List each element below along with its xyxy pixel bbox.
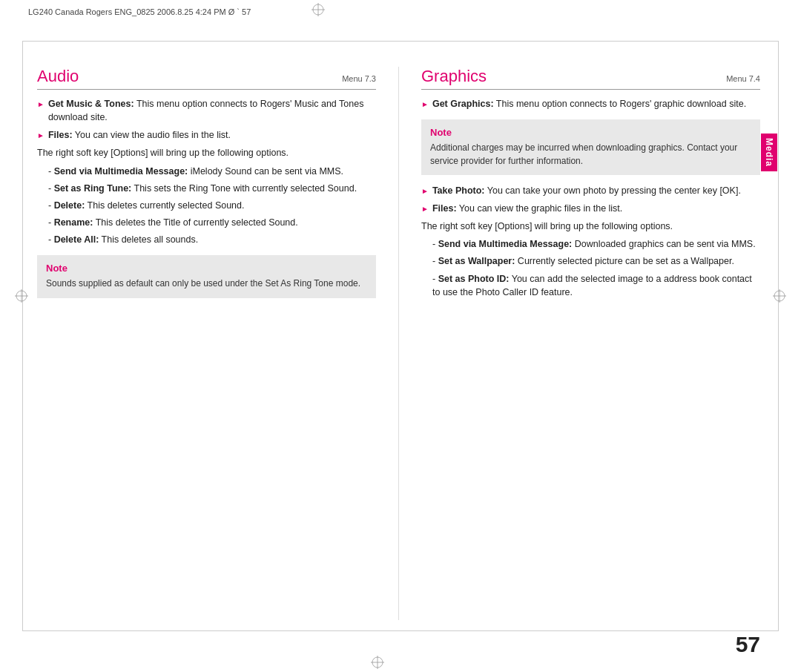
audio-sub-5: - Delete All: This deletes all sounds. [48, 233, 376, 246]
graphics-column: Graphics Menu 7.4 ► Get Graphics: This m… [421, 52, 760, 620]
page-border-top [22, 41, 779, 42]
audio-bullet-1-bold: Get Music & Tones: [48, 99, 134, 109]
audio-bullet-2-text: Files: You can view the audio files in t… [48, 128, 376, 142]
bullet-arrow-icon: ► [37, 99, 44, 111]
graphics-note-title: Note [430, 127, 751, 138]
graphics-sub-2: - Set as Wallpaper: Currently selected p… [432, 254, 760, 268]
graphics-sub-3-bold: Set as Photo ID: [438, 274, 510, 284]
graphics-section-title: Graphics Menu 7.4 [421, 67, 760, 86]
audio-title: Audio [37, 67, 79, 86]
graphics-bullet-3-bold: Files: [432, 203, 457, 214]
content-area: Audio Menu 7.3 ► Get Music & Tones: This… [37, 52, 760, 620]
bullet-arrow-icon-2: ► [37, 131, 44, 142]
graphics-bullet-1-text: Get Graphics: This menu option connects … [432, 97, 760, 111]
graphics-sub-3: - Set as Photo ID: You can add the selec… [432, 272, 760, 299]
graphics-note-box: Note Additional charges may be incurred … [421, 119, 760, 175]
graphics-divider [421, 89, 760, 90]
graphics-bullet-2-rest: You can take your own photo by pressing … [485, 185, 741, 196]
page-border-right [778, 41, 779, 631]
bullet-arrow-icon-g1: ► [421, 99, 429, 111]
audio-sub-5-rest: This deletes all sounds. [99, 234, 198, 245]
graphics-sub-1-rest: Downloaded graphics can be sent via MMS. [572, 239, 755, 249]
audio-divider [37, 89, 376, 90]
header-text: LG240 Canada Rogers ENG_0825 2006.8.25 4… [28, 7, 251, 16]
page-border-bottom [22, 630, 779, 631]
audio-sub-2: - Set as Ring Tune: This sets the Ring T… [48, 182, 376, 195]
graphics-bullet-3-text: Files: You can view the graphic files in… [432, 202, 760, 215]
reg-mark-top-left [312, 3, 325, 16]
page-border-left [22, 41, 23, 631]
audio-bullet-2: ► Files: You can view the audio files in… [37, 128, 376, 142]
audio-bullet-2-rest: You can view the audio files in the list… [73, 130, 231, 140]
bullet-arrow-icon-g2: ► [421, 186, 429, 197]
graphics-bullet-1: ► Get Graphics: This menu option connect… [421, 97, 760, 111]
audio-sub-2-bold: Set as Ring Tune: [54, 183, 132, 194]
reg-mark-left [15, 289, 28, 303]
audio-note-box: Note Sounds supplied as default can only… [37, 255, 376, 297]
graphics-bullet-3: ► Files: You can view the graphic files … [421, 202, 760, 215]
audio-sub-4-bold: Rename: [54, 217, 93, 228]
graphics-bullet-2-text: Take Photo: You can take your own photo … [432, 184, 760, 197]
audio-sub-3-bold: Delete: [54, 200, 85, 211]
graphics-menu-label: Menu 7.4 [726, 74, 760, 83]
audio-sub-1: - Send via Multimedia Message: iMelody S… [48, 165, 376, 178]
audio-bullet-1-text: Get Music & Tones: This menu option conn… [48, 97, 376, 124]
graphics-note-text: Additional charges may be incurred when … [430, 142, 751, 168]
graphics-bullet-2: ► Take Photo: You can take your own phot… [421, 184, 760, 197]
graphics-bullet-1-rest: This menu option connects to Rogers' gra… [494, 99, 747, 109]
audio-bullet-2-bold: Files: [48, 130, 73, 140]
audio-menu-label: Menu 7.3 [342, 74, 376, 83]
graphics-body-text: The right soft key [Options] will bring … [421, 220, 760, 233]
audio-body-text: The right soft key [Options] will bring … [37, 146, 376, 159]
column-divider [398, 67, 399, 620]
audio-sub-1-bold: Send via Multimedia Message: [54, 166, 188, 177]
bullet-arrow-icon-g3: ► [421, 204, 429, 215]
graphics-title: Graphics [421, 67, 487, 86]
audio-sub-4-rest: This deletes the Title of currently sele… [93, 217, 297, 228]
side-label: Media [761, 134, 777, 171]
audio-sub-4: - Rename: This deletes the Title of curr… [48, 216, 376, 229]
audio-note-title: Note [46, 263, 367, 274]
audio-sub-1-rest: iMelody Sound can be sent via MMS. [188, 166, 343, 177]
page-number: 57 [736, 632, 760, 657]
graphics-sub-2-rest: Currently selected picture can be set as… [515, 256, 734, 266]
reg-mark-right [773, 289, 786, 303]
graphics-sub-1-bold: Send via Multimedia Message: [438, 239, 573, 249]
audio-sub-3-rest: This deletes currently selected Sound. [85, 200, 244, 211]
graphics-bullet-2-bold: Take Photo: [432, 185, 485, 196]
reg-mark-bottom [371, 656, 384, 669]
graphics-sub-2-bold: Set as Wallpaper: [438, 256, 515, 266]
audio-column: Audio Menu 7.3 ► Get Music & Tones: This… [37, 52, 376, 620]
audio-sub-5-bold: Delete All: [54, 234, 99, 245]
graphics-sub-1: - Send via Multimedia Message: Downloade… [432, 237, 760, 251]
audio-sub-3: - Delete: This deletes currently selecte… [48, 199, 376, 212]
audio-sub-2-rest: This sets the Ring Tone with currently s… [131, 183, 357, 194]
graphics-bullet-1-bold: Get Graphics: [432, 99, 494, 109]
audio-bullet-1: ► Get Music & Tones: This menu option co… [37, 97, 376, 124]
audio-section-title: Audio Menu 7.3 [37, 67, 376, 86]
graphics-bullet-3-rest: You can view the graphic files in the li… [457, 203, 623, 214]
audio-note-text: Sounds supplied as default can only be u… [46, 277, 367, 290]
